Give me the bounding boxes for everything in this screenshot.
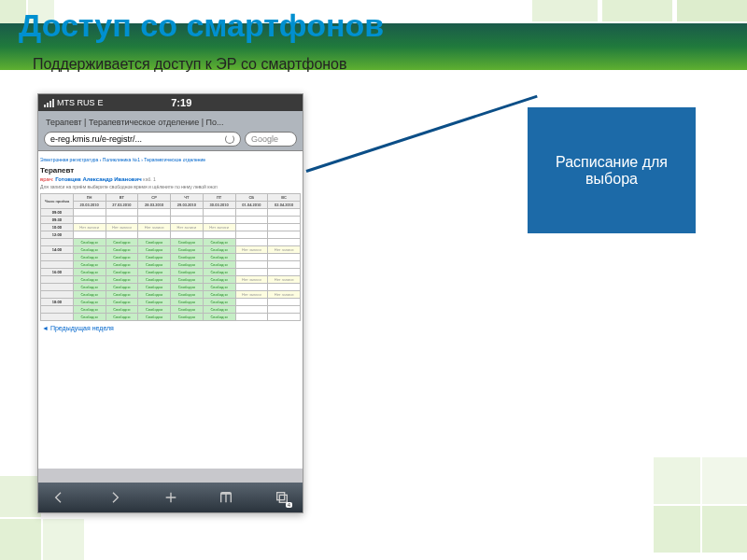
page-content: Электронная регистратура › Поликлиника №… [38,151,303,469]
pages-button[interactable]: 4 [271,486,293,509]
slot-cell[interactable]: Свободно [138,269,171,276]
slot-cell[interactable]: Свободно [203,284,235,291]
slot-cell[interactable]: Свободно [73,314,106,321]
slot-cell[interactable]: Свободно [73,239,106,246]
slot-cell [235,269,268,276]
slot-cell: Нет записи [235,246,268,254]
slot-cell[interactable]: Свободно [171,314,204,321]
slot-cell[interactable]: Свободно [106,306,138,314]
browser-toolbar: 4 [38,483,303,512]
time-cell [41,254,74,261]
slot-cell[interactable]: Свободно [138,254,171,261]
slot-cell[interactable]: Свободно [171,246,204,254]
slot-cell[interactable]: Свободно [73,306,106,314]
add-button[interactable] [160,486,182,509]
slot-cell [268,314,301,321]
breadcrumb[interactable]: Электронная регистратура › Поликлиника №… [40,155,301,164]
slot-cell[interactable]: Свободно [203,261,235,269]
slot-cell[interactable]: Свободно [203,246,235,254]
slot-cell[interactable]: Свободно [171,284,204,291]
slot-cell[interactable]: Свободно [73,261,106,269]
slot-cell[interactable]: Свободно [138,284,171,291]
time-cell [41,239,74,246]
bookmarks-button[interactable] [215,486,237,509]
slot-cell[interactable]: Свободно [106,299,138,306]
table-row: СвободноСвободноСвободноСвободноСвободно [41,314,301,321]
cabinet: каб. 1 [143,176,156,182]
table-row: 12:00 [41,231,301,239]
doctor-name[interactable]: Готовцев Александр Иванович [55,176,141,182]
slot-cell[interactable]: Свободно [138,276,171,284]
slot-cell[interactable]: Свободно [203,269,235,276]
slot-cell[interactable]: Свободно [73,246,106,254]
slot-cell[interactable]: Свободно [73,269,106,276]
slot-cell [268,239,301,246]
slot-cell [73,231,106,239]
slot-cell[interactable]: Свободно [73,299,106,306]
slot-cell[interactable]: Свободно [138,261,171,269]
slot-cell [203,209,235,217]
prev-week-link[interactable]: ◄ Предыдущая неделя [40,321,301,335]
slot-cell[interactable]: Свободно [106,314,138,321]
slot-cell[interactable]: Свободно [203,276,235,284]
slot-cell[interactable]: Свободно [203,314,235,321]
slot-cell[interactable]: Свободно [106,284,138,291]
slot-cell [106,231,138,239]
slot-cell[interactable]: Свободно [203,299,235,306]
slot-cell [106,217,138,224]
slot-cell [235,306,268,314]
slot-cell[interactable]: Свободно [106,239,138,246]
slot-cell[interactable]: Свободно [73,284,106,291]
slot-cell[interactable]: Свободно [138,306,171,314]
slot-cell[interactable]: Свободно [73,276,106,284]
department-heading: Терапевт [40,164,301,176]
slot-cell[interactable]: Свободно [73,291,106,299]
slot-cell [268,284,301,291]
search-field[interactable]: Google [245,132,297,147]
schedule-table: Часы приёма ПН ВТ СР ЧТ ПТ СБ ВС 20.03.2… [40,193,301,321]
slot-cell[interactable]: Свободно [138,291,171,299]
slot-cell[interactable]: Свободно [138,299,171,306]
forward-button[interactable] [104,486,126,509]
slot-cell[interactable]: Свободно [203,291,235,299]
slot-cell [235,209,268,217]
slot-cell[interactable]: Свободно [171,299,204,306]
slot-cell[interactable]: Свободно [106,254,138,261]
slot-cell[interactable]: Свободно [203,254,235,261]
table-row: СвободноСвободноСвободноСвободноСвободно [41,254,301,261]
slot-cell[interactable]: Свободно [138,246,171,254]
slot-cell[interactable]: Свободно [171,291,204,299]
slot-cell[interactable]: Свободно [106,261,138,269]
time-cell: 09:30 [41,217,74,224]
slot-cell [138,217,171,224]
slot-cell [235,299,268,306]
slot-cell[interactable]: Свободно [106,246,138,254]
table-row: 09:30 [41,217,301,224]
time-cell: 09:00 [41,209,74,217]
slot-cell[interactable]: Свободно [73,254,106,261]
slot-cell[interactable]: Свободно [106,269,138,276]
slot-cell[interactable]: Свободно [171,276,204,284]
slot-cell[interactable]: Свободно [171,254,204,261]
time-cell [41,314,74,321]
reload-icon[interactable] [225,134,234,144]
slot-cell[interactable]: Свободно [138,239,171,246]
back-button[interactable] [48,486,70,509]
slot-cell[interactable]: Свободно [106,276,138,284]
slot-cell[interactable]: Свободно [171,306,204,314]
slot-cell[interactable]: Свободно [203,239,235,246]
slot-cell: Нет записи [268,291,301,299]
slot-cell[interactable]: Свободно [138,314,171,321]
slot-cell[interactable]: Свободно [106,291,138,299]
slot-cell: Нет записи [235,291,268,299]
slot-cell[interactable]: Свободно [171,269,204,276]
slot-cell [268,269,301,276]
slot-cell [235,224,268,231]
svg-rect-1 [279,495,287,502]
slot-cell[interactable]: Свободно [203,306,235,314]
slot-cell[interactable]: Свободно [171,239,204,246]
callout-box: Расписание для выбора [528,107,696,233]
url-field[interactable]: e-reg.kmis.ru/e-registr/... [44,132,241,147]
slot-cell[interactable]: Свободно [171,261,204,269]
slot-cell [235,239,268,246]
